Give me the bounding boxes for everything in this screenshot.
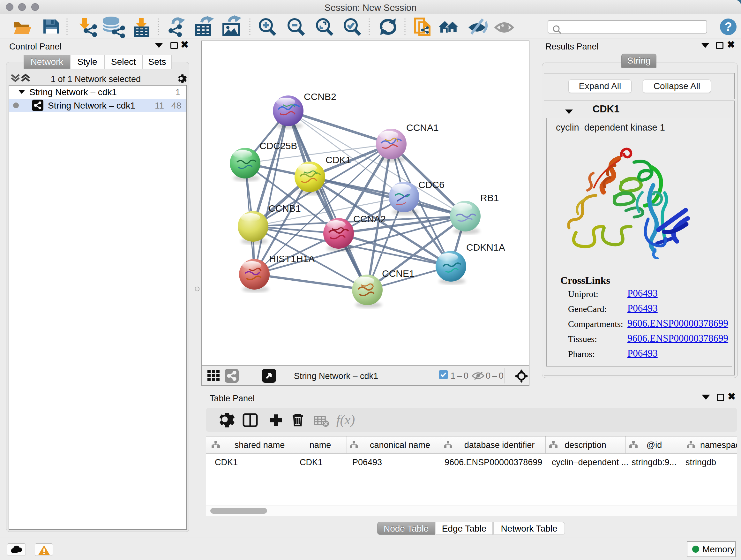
svg-text:CCNE1: CCNE1: [382, 268, 414, 279]
svg-text:CDK1: CDK1: [326, 154, 351, 165]
svg-text:HIST1H1A: HIST1H1A: [269, 253, 315, 264]
svg-text:CDC6: CDC6: [418, 179, 445, 190]
svg-text:f(x): f(x): [336, 413, 355, 428]
svg-text:?: ?: [724, 20, 732, 34]
svg-text:RB1: RB1: [480, 192, 499, 203]
svg-text:CDKN1A: CDKN1A: [466, 242, 505, 253]
svg-text:CCNB1: CCNB1: [268, 203, 301, 213]
svg-text:CDC25B: CDC25B: [259, 140, 297, 151]
svg-text:CCNB2: CCNB2: [304, 91, 336, 102]
svg-text:CCNA1: CCNA1: [406, 122, 439, 133]
svg-text:CCNA2: CCNA2: [353, 213, 386, 224]
